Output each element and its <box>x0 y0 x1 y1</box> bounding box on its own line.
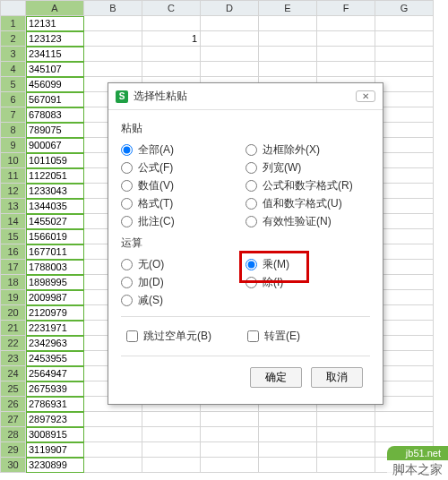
cell[interactable] <box>142 47 201 62</box>
cell[interactable]: 2786931 <box>26 397 84 412</box>
cell[interactable] <box>375 168 434 184</box>
row-header[interactable]: 28 <box>1 427 26 442</box>
cell[interactable] <box>317 442 375 458</box>
cell[interactable] <box>375 184 434 199</box>
cell[interactable]: 1011059 <box>26 153 84 168</box>
cell[interactable] <box>317 62 375 77</box>
row-header[interactable]: 26 <box>1 397 26 412</box>
radio-option[interactable]: 数值(V) <box>121 178 246 193</box>
row-header[interactable]: 2 <box>1 31 26 47</box>
radio-option[interactable]: 除(I) <box>246 275 370 290</box>
cell[interactable] <box>375 290 434 305</box>
radio-option[interactable]: 批注(C) <box>121 214 246 229</box>
row-header[interactable]: 3 <box>1 47 26 62</box>
cell[interactable] <box>317 412 375 427</box>
row-header[interactable]: 13 <box>1 199 26 214</box>
cell[interactable]: 3008915 <box>26 427 84 442</box>
close-button[interactable]: ✕ <box>356 90 375 102</box>
cell[interactable] <box>259 47 317 62</box>
cell[interactable]: 234115 <box>26 47 84 62</box>
cell[interactable]: 3230899 <box>26 458 84 473</box>
cell[interactable] <box>142 427 201 442</box>
cell[interactable]: 2231971 <box>26 321 84 336</box>
cell[interactable] <box>375 31 434 47</box>
cell[interactable] <box>375 244 434 260</box>
cell[interactable]: 567091 <box>26 92 84 107</box>
cell[interactable] <box>317 427 375 442</box>
radio-option[interactable]: 列宽(W) <box>246 160 370 176</box>
col-header-E[interactable]: E <box>259 1 317 16</box>
cell[interactable]: 1788003 <box>26 260 84 275</box>
col-header-D[interactable]: D <box>201 1 259 16</box>
row-header[interactable]: 7 <box>1 107 26 123</box>
cell[interactable] <box>142 62 201 77</box>
cell[interactable] <box>201 442 259 458</box>
cell[interactable] <box>375 412 434 427</box>
cell[interactable]: 12131 <box>26 16 84 31</box>
cell[interactable] <box>84 16 142 31</box>
cell[interactable] <box>201 412 259 427</box>
row-header[interactable]: 15 <box>1 229 26 244</box>
cell[interactable] <box>317 31 375 47</box>
cell[interactable]: 1677011 <box>26 244 84 260</box>
cell[interactable] <box>317 47 375 62</box>
radio-option[interactable]: 全部(A) <box>121 142 246 158</box>
cell[interactable] <box>375 305 434 321</box>
cell[interactable] <box>375 138 434 153</box>
cell[interactable]: 2564947 <box>26 366 84 381</box>
row-header[interactable]: 10 <box>1 153 26 168</box>
cell[interactable] <box>259 458 317 473</box>
cell[interactable] <box>142 458 201 473</box>
cell[interactable] <box>84 412 142 427</box>
cell[interactable] <box>375 62 434 77</box>
radio-option[interactable]: 加(D) <box>121 275 246 290</box>
cell[interactable]: 456099 <box>26 77 84 92</box>
row-header[interactable]: 24 <box>1 366 26 381</box>
row-header[interactable]: 9 <box>1 138 26 153</box>
row-header[interactable]: 23 <box>1 351 26 366</box>
cell[interactable] <box>259 16 317 31</box>
cell[interactable]: 900067 <box>26 138 84 153</box>
skip-blanks-checkbox[interactable]: 跳过空单元(B) <box>126 329 211 344</box>
cell[interactable] <box>375 214 434 229</box>
row-header[interactable]: 20 <box>1 305 26 321</box>
row-header[interactable]: 8 <box>1 123 26 138</box>
cell[interactable]: 678083 <box>26 107 84 123</box>
cell[interactable] <box>201 427 259 442</box>
cell[interactable] <box>375 47 434 62</box>
cell[interactable] <box>84 47 142 62</box>
cell[interactable] <box>142 442 201 458</box>
cell[interactable]: 1566019 <box>26 229 84 244</box>
cell[interactable] <box>201 458 259 473</box>
col-header-C[interactable]: C <box>142 1 201 16</box>
row-header[interactable]: 1 <box>1 16 26 31</box>
cell[interactable]: 1455027 <box>26 214 84 229</box>
cell[interactable] <box>142 16 201 31</box>
cell[interactable]: 1898995 <box>26 275 84 290</box>
radio-option[interactable]: 乘(M) <box>246 257 370 272</box>
cell[interactable] <box>317 16 375 31</box>
cell[interactable] <box>375 107 434 123</box>
cell[interactable] <box>375 442 434 458</box>
cell[interactable] <box>84 458 142 473</box>
cell[interactable] <box>375 153 434 168</box>
row-header[interactable]: 11 <box>1 168 26 184</box>
row-header[interactable]: 16 <box>1 244 26 260</box>
cell[interactable] <box>375 260 434 275</box>
cell[interactable]: 345107 <box>26 62 84 77</box>
row-header[interactable]: 29 <box>1 442 26 458</box>
radio-option[interactable]: 格式(T) <box>121 196 246 211</box>
cell[interactable] <box>375 381 434 397</box>
cell[interactable]: 3119907 <box>26 442 84 458</box>
radio-option[interactable]: 边框除外(X) <box>246 142 370 158</box>
cell[interactable] <box>375 427 434 442</box>
cell[interactable] <box>259 412 317 427</box>
cell[interactable] <box>201 62 259 77</box>
cell[interactable] <box>375 92 434 107</box>
radio-option[interactable]: 值和数字格式(U) <box>246 196 370 211</box>
cell[interactable]: 2453955 <box>26 351 84 366</box>
cell[interactable]: 2675939 <box>26 381 84 397</box>
cell[interactable]: 2342963 <box>26 336 84 351</box>
cell[interactable]: 789075 <box>26 123 84 138</box>
row-header[interactable]: 6 <box>1 92 26 107</box>
